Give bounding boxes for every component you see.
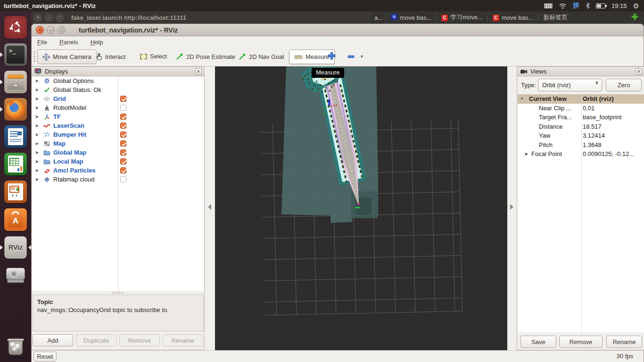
browser-tab[interactable]: move bas...	[389, 14, 433, 22]
select-box-icon	[140, 54, 147, 59]
launcher-item-disk[interactable]	[4, 263, 27, 286]
clock[interactable]: 19:15	[611, 2, 627, 9]
display-enabled-checkbox[interactable]	[120, 96, 126, 102]
collapse-right-arrow-icon[interactable]	[510, 204, 513, 210]
menu-file[interactable]: File	[37, 39, 47, 46]
launcher-item-terminal[interactable]: >_	[4, 43, 27, 66]
terminal-maximize-icon[interactable]: □	[56, 14, 64, 22]
expander-icon[interactable]: ▶	[36, 106, 41, 110]
rviz-titlebar[interactable]: ✕ – □ turtlebot_navigation.rviz* - RViz	[32, 24, 644, 36]
displays-close-icon[interactable]: ✕	[195, 68, 202, 75]
render-viewport[interactable]: Measure	[215, 66, 507, 350]
expander-icon[interactable]: ▶	[36, 177, 41, 181]
launcher-item-impress[interactable]	[4, 181, 27, 203]
launcher-item-calc[interactable]	[4, 153, 27, 175]
left-panel-splitter[interactable]	[205, 66, 215, 350]
views-close-icon[interactable]: ✕	[636, 68, 642, 75]
expander-icon[interactable]: ▶	[36, 97, 41, 101]
running-indicator-icon	[0, 80, 3, 84]
expander-icon[interactable]: ▶	[36, 115, 41, 119]
reset-button[interactable]: Reset	[33, 352, 57, 362]
bluetooth-icon[interactable]	[586, 2, 590, 9]
display-enabled-checkbox[interactable]	[120, 176, 126, 182]
display-enabled-checkbox[interactable]	[120, 158, 126, 165]
menu-panels[interactable]: Panels	[59, 39, 78, 46]
launcher-item-rviz[interactable]: RViz	[4, 236, 27, 259]
tool-2d-pose-estimate[interactable]: 2D Pose Estimate	[176, 53, 235, 60]
collapse-left-arrow-icon[interactable]	[208, 204, 211, 210]
expander-icon[interactable]: ▶	[36, 141, 41, 146]
tab-overflow-label[interactable]: a...	[374, 14, 383, 21]
new-tab-plus-icon[interactable]	[631, 13, 638, 22]
browser-tab[interactable]: 新标签页	[541, 13, 570, 22]
display-enabled-checkbox[interactable]	[120, 114, 126, 120]
tool-interact[interactable]: Interact	[96, 53, 125, 60]
display-enabled-checkbox[interactable]	[120, 123, 126, 129]
remove-display-button[interactable]: Remove	[119, 334, 160, 346]
view-type-combobox[interactable]: Orbit (rviz) ▲▼	[538, 79, 602, 91]
rename-view-button[interactable]: Rename	[606, 336, 642, 348]
display-enabled-checkbox[interactable]	[120, 140, 126, 147]
combo-spinner-icon[interactable]: ▲▼	[595, 81, 599, 85]
remove-view-button[interactable]: Remove	[559, 336, 603, 348]
launcher-item-software-center[interactable]: A	[4, 208, 27, 231]
view-property-focal-point[interactable]: ▶Focal Point0.0090125; -0.12...	[518, 149, 644, 159]
view-property-distance[interactable]: Distance18.517	[518, 122, 644, 132]
display-enabled-checkbox[interactable]	[120, 132, 126, 138]
browser-tab[interactable]: Cmove bas...	[491, 14, 535, 21]
terminal-titlebar[interactable]: ✕ – □ fake_laser.launch http://localhost…	[31, 11, 371, 24]
launcher-item-trash[interactable]	[4, 335, 27, 357]
menu-help[interactable]: Help	[91, 39, 103, 46]
launcher-item-dash-home[interactable]	[4, 16, 27, 39]
tool-select[interactable]: Select	[140, 53, 167, 60]
display-label: Rtabmap cloud	[53, 176, 94, 183]
rename-display-button[interactable]: Rename	[163, 334, 203, 346]
view-property-near-clip-[interactable]: Near Clip ...0.01	[518, 104, 644, 113]
expander-icon[interactable]: ▼	[520, 97, 524, 101]
expander-icon[interactable]: ▶	[525, 152, 528, 156]
view-property-target-fra-[interactable]: Target Fra...base_footprint	[518, 113, 644, 122]
expander-icon[interactable]: ▶	[36, 123, 41, 128]
dots-icon	[43, 132, 51, 138]
view-property-pitch[interactable]: Pitch1.3648	[518, 140, 644, 150]
expander-icon[interactable]: ▶	[36, 168, 41, 173]
terminal-close-icon[interactable]: ✕	[34, 14, 42, 22]
launcher-item-writer[interactable]	[4, 125, 27, 148]
expander-icon[interactable]: ▶	[36, 132, 41, 137]
view-property-yaw[interactable]: Yaw3.12414	[518, 131, 644, 140]
displays-splitter-handle[interactable]	[112, 292, 124, 294]
expander-icon[interactable]: ▶	[36, 159, 41, 164]
battery-icon[interactable]	[596, 3, 605, 8]
unity-launcher: >_ARViz	[0, 11, 31, 362]
display-enabled-checkbox[interactable]	[120, 105, 126, 111]
zero-button[interactable]: Zero	[606, 79, 642, 91]
tool-move-camera[interactable]: Move Camera	[37, 49, 97, 64]
displays-panel-header[interactable]: Displays ✕	[32, 67, 204, 76]
views-panel-header[interactable]: Views ✕	[517, 67, 644, 76]
session-gear-icon[interactable]: ⚙	[633, 2, 639, 9]
wifi-icon[interactable]	[559, 3, 567, 9]
tool-2d-nav-goal[interactable]: 2D Nav Goal	[239, 53, 284, 60]
terminal-minimize-icon[interactable]: –	[45, 14, 53, 22]
window-maximize-icon[interactable]: □	[58, 26, 66, 34]
browser-tab[interactable]: C学习move...	[439, 13, 485, 22]
pinyin-input-icon[interactable]: 拼	[573, 1, 579, 10]
view-property-current-view[interactable]: ▼Current ViewOrbit (rviz)	[518, 94, 644, 104]
toolbar-drag-handle[interactable]	[33, 51, 35, 63]
expander-icon[interactable]: ▶	[36, 79, 41, 83]
launcher-item-files[interactable]	[4, 71, 27, 93]
display-enabled-checkbox[interactable]	[120, 149, 126, 156]
keyboard-indicator-icon[interactable]	[544, 3, 553, 8]
window-minimize-icon[interactable]: –	[47, 26, 55, 34]
expander-icon[interactable]: ▶	[36, 150, 41, 155]
add-display-button[interactable]: Add	[33, 334, 73, 346]
save-view-button[interactable]: Save	[520, 336, 556, 348]
right-panel-splitter[interactable]	[507, 66, 517, 350]
expander-icon[interactable]: ▶	[36, 88, 41, 92]
display-enabled-checkbox[interactable]	[120, 167, 126, 173]
window-close-icon[interactable]: ✕	[36, 26, 44, 34]
launcher-item-firefox[interactable]	[4, 98, 27, 121]
remove-tool-button[interactable]: ▼	[347, 54, 364, 59]
add-tool-button[interactable]	[328, 52, 336, 60]
duplicate-display-button[interactable]: Duplicate	[76, 334, 116, 346]
